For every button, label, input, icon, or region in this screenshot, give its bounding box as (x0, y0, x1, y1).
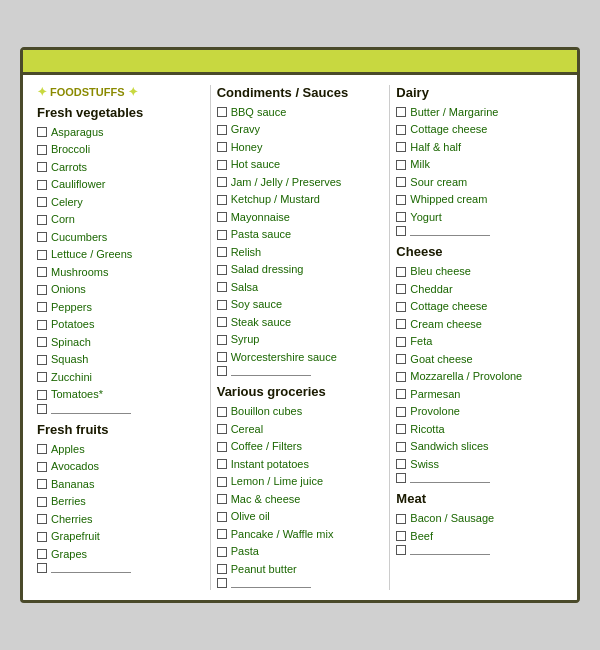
list-item[interactable]: Bouillon cubes (217, 403, 384, 420)
list-item[interactable]: Steak sauce (217, 314, 384, 331)
list-item[interactable]: Apples (37, 441, 204, 458)
checkbox-icon[interactable] (217, 282, 227, 292)
checkbox-icon[interactable] (217, 247, 227, 257)
list-item[interactable]: Onions (37, 281, 204, 298)
checkbox-icon[interactable] (396, 195, 406, 205)
checkbox-blank[interactable] (37, 404, 47, 414)
checkbox-icon[interactable] (396, 107, 406, 117)
checkbox-icon[interactable] (217, 442, 227, 452)
list-item[interactable]: Lemon / Lime juice (217, 473, 384, 490)
checkbox-icon[interactable] (396, 459, 406, 469)
list-item[interactable]: Grapes (37, 546, 204, 563)
checkbox-blank[interactable] (396, 545, 406, 555)
list-item[interactable]: Asparagus (37, 124, 204, 141)
checkbox-blank[interactable] (217, 366, 227, 376)
list-item[interactable]: Feta (396, 333, 563, 350)
checkbox-icon[interactable] (217, 300, 227, 310)
checkbox-icon[interactable] (37, 337, 47, 347)
list-item[interactable]: Zucchini (37, 369, 204, 386)
checkbox-icon[interactable] (396, 389, 406, 399)
list-item[interactable]: Celery (37, 194, 204, 211)
list-item[interactable]: Relish (217, 244, 384, 261)
checkbox-icon[interactable] (37, 532, 47, 542)
list-item[interactable]: Pasta (217, 543, 384, 560)
list-item[interactable]: Gravy (217, 121, 384, 138)
checkbox-icon[interactable] (217, 142, 227, 152)
list-item[interactable]: Cereal (217, 421, 384, 438)
list-item[interactable]: Provolone (396, 403, 563, 420)
checkbox-icon[interactable] (37, 355, 47, 365)
checkbox-icon[interactable] (37, 302, 47, 312)
checkbox-icon[interactable] (37, 232, 47, 242)
list-item[interactable]: Peppers (37, 299, 204, 316)
checkbox-icon[interactable] (396, 160, 406, 170)
checkbox-icon[interactable] (37, 549, 47, 559)
list-item[interactable]: Carrots (37, 159, 204, 176)
list-item[interactable]: Ketchup / Mustard (217, 191, 384, 208)
checkbox-icon[interactable] (217, 317, 227, 327)
list-item[interactable]: Sour cream (396, 174, 563, 191)
list-item[interactable]: Bleu cheese (396, 263, 563, 280)
list-item[interactable]: Spinach (37, 334, 204, 351)
checkbox-icon[interactable] (37, 267, 47, 277)
checkbox-icon[interactable] (37, 444, 47, 454)
list-item[interactable]: Jam / Jelly / Preserves (217, 174, 384, 191)
list-item[interactable]: Squash (37, 351, 204, 368)
list-item[interactable]: Cheddar (396, 281, 563, 298)
checkbox-icon[interactable] (396, 212, 406, 222)
checkbox-icon[interactable] (37, 462, 47, 472)
list-item[interactable]: Avocados (37, 458, 204, 475)
checkbox-icon[interactable] (396, 125, 406, 135)
checkbox-icon[interactable] (396, 372, 406, 382)
checkbox-icon[interactable] (396, 302, 406, 312)
list-item[interactable]: Cherries (37, 511, 204, 528)
checkbox-icon[interactable] (396, 319, 406, 329)
checkbox-icon[interactable] (217, 547, 227, 557)
list-item[interactable]: Syrup (217, 331, 384, 348)
checkbox-icon[interactable] (217, 265, 227, 275)
list-item[interactable]: Bacon / Sausage (396, 510, 563, 527)
list-item[interactable]: Bananas (37, 476, 204, 493)
checkbox-icon[interactable] (37, 180, 47, 190)
list-item[interactable]: Broccoli (37, 141, 204, 158)
checkbox-icon[interactable] (396, 284, 406, 294)
list-item[interactable]: Corn (37, 211, 204, 228)
checkbox-icon[interactable] (217, 529, 227, 539)
list-item[interactable]: Butter / Margarine (396, 104, 563, 121)
list-item[interactable]: Beef (396, 528, 563, 545)
checkbox-blank[interactable] (217, 578, 227, 588)
checkbox-icon[interactable] (396, 531, 406, 541)
checkbox-icon[interactable] (37, 197, 47, 207)
list-item[interactable]: Pasta sauce (217, 226, 384, 243)
list-item[interactable]: Instant potatoes (217, 456, 384, 473)
list-item[interactable]: Yogurt (396, 209, 563, 226)
checkbox-icon[interactable] (396, 337, 406, 347)
list-item[interactable]: Salsa (217, 279, 384, 296)
list-item[interactable]: Worcestershire sauce (217, 349, 384, 366)
checkbox-icon[interactable] (396, 407, 406, 417)
list-item[interactable]: Mushrooms (37, 264, 204, 281)
checkbox-icon[interactable] (217, 352, 227, 362)
list-item[interactable]: Ricotta (396, 421, 563, 438)
list-item[interactable]: Whipped cream (396, 191, 563, 208)
list-item[interactable]: Honey (217, 139, 384, 156)
checkbox-icon[interactable] (37, 145, 47, 155)
checkbox-icon[interactable] (217, 107, 227, 117)
list-item[interactable]: Parmesan (396, 386, 563, 403)
list-item[interactable]: Tomatoes* (37, 386, 204, 403)
checkbox-icon[interactable] (37, 215, 47, 225)
list-item[interactable]: Peanut butter (217, 561, 384, 578)
list-item[interactable]: Soy sauce (217, 296, 384, 313)
checkbox-icon[interactable] (217, 407, 227, 417)
checkbox-icon[interactable] (37, 390, 47, 400)
list-item[interactable]: Mac & cheese (217, 491, 384, 508)
list-item[interactable]: Salad dressing (217, 261, 384, 278)
list-item[interactable]: Olive oil (217, 508, 384, 525)
checkbox-icon[interactable] (37, 497, 47, 507)
list-item[interactable]: Half & half (396, 139, 563, 156)
checkbox-icon[interactable] (37, 320, 47, 330)
checkbox-icon[interactable] (37, 514, 47, 524)
checkbox-icon[interactable] (37, 372, 47, 382)
checkbox-blank[interactable] (396, 473, 406, 483)
list-item[interactable]: Cottage cheese (396, 121, 563, 138)
